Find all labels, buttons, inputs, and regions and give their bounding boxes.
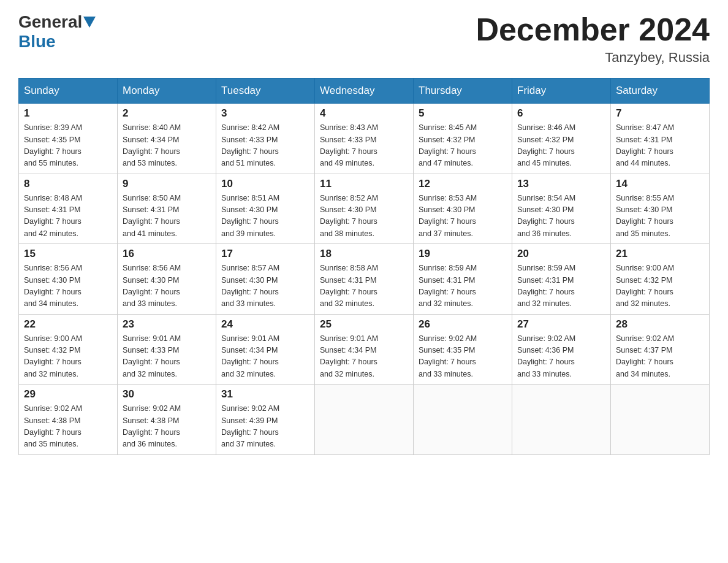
calendar-day-cell: 15Sunrise: 8:56 AMSunset: 4:30 PMDayligh…	[19, 244, 118, 315]
day-number: 13	[517, 178, 605, 190]
day-info: Sunrise: 8:52 AMSunset: 4:30 PMDaylight:…	[320, 193, 408, 240]
calendar-day-cell: 4Sunrise: 8:43 AMSunset: 4:33 PMDaylight…	[315, 104, 414, 174]
calendar-week-row: 22Sunrise: 9:00 AMSunset: 4:32 PMDayligh…	[19, 314, 710, 385]
calendar-day-cell: 19Sunrise: 8:59 AMSunset: 4:31 PMDayligh…	[414, 244, 512, 315]
day-number: 15	[24, 248, 112, 260]
day-info: Sunrise: 8:48 AMSunset: 4:31 PMDaylight:…	[24, 193, 112, 240]
day-info: Sunrise: 8:53 AMSunset: 4:30 PMDaylight:…	[419, 193, 507, 240]
calendar-day-cell: 18Sunrise: 8:58 AMSunset: 4:31 PMDayligh…	[315, 244, 414, 315]
day-info: Sunrise: 9:00 AMSunset: 4:32 PMDaylight:…	[24, 333, 112, 381]
day-info: Sunrise: 9:02 AMSunset: 4:37 PMDaylight:…	[616, 333, 704, 381]
day-info: Sunrise: 8:50 AMSunset: 4:31 PMDaylight:…	[123, 193, 211, 240]
calendar-day-cell: 25Sunrise: 9:01 AMSunset: 4:34 PMDayligh…	[315, 314, 414, 385]
calendar-day-cell: 12Sunrise: 8:53 AMSunset: 4:30 PMDayligh…	[414, 174, 512, 244]
day-number: 24	[221, 318, 309, 331]
weekday-header-saturday: Saturday	[611, 79, 710, 104]
calendar-day-cell: 21Sunrise: 9:00 AMSunset: 4:32 PMDayligh…	[611, 244, 710, 315]
calendar-day-cell	[611, 385, 710, 455]
calendar-day-cell: 23Sunrise: 9:01 AMSunset: 4:33 PMDayligh…	[118, 314, 216, 385]
calendar-table: SundayMondayTuesdayWednesdayThursdayFrid…	[18, 78, 710, 455]
calendar-day-cell: 26Sunrise: 9:02 AMSunset: 4:35 PMDayligh…	[414, 314, 512, 385]
day-number: 22	[24, 318, 112, 331]
weekday-header-friday: Friday	[512, 79, 611, 104]
calendar-day-cell: 17Sunrise: 8:57 AMSunset: 4:30 PMDayligh…	[216, 244, 315, 315]
calendar-day-cell: 9Sunrise: 8:50 AMSunset: 4:31 PMDaylight…	[118, 174, 216, 244]
day-number: 21	[616, 248, 704, 260]
logo-triangle-icon	[83, 17, 96, 28]
calendar-day-cell: 31Sunrise: 9:02 AMSunset: 4:39 PMDayligh…	[216, 385, 315, 455]
calendar-day-cell: 14Sunrise: 8:55 AMSunset: 4:30 PMDayligh…	[611, 174, 710, 244]
day-info: Sunrise: 8:43 AMSunset: 4:33 PMDaylight:…	[320, 122, 408, 170]
day-number: 3	[221, 107, 309, 120]
day-number: 14	[616, 178, 704, 190]
weekday-header-thursday: Thursday	[414, 79, 512, 104]
calendar-day-cell: 8Sunrise: 8:48 AMSunset: 4:31 PMDaylight…	[19, 174, 118, 244]
logo-general-text: General	[18, 12, 82, 32]
calendar-day-cell: 2Sunrise: 8:40 AMSunset: 4:34 PMDaylight…	[118, 104, 216, 174]
calendar-day-cell: 6Sunrise: 8:46 AMSunset: 4:32 PMDaylight…	[512, 104, 611, 174]
day-number: 8	[24, 178, 112, 190]
weekday-header-sunday: Sunday	[19, 79, 118, 104]
day-number: 25	[320, 318, 408, 331]
day-info: Sunrise: 8:55 AMSunset: 4:30 PMDaylight:…	[616, 193, 704, 240]
day-number: 29	[24, 388, 112, 400]
day-info: Sunrise: 9:02 AMSunset: 4:38 PMDaylight:…	[24, 403, 112, 451]
day-number: 4	[320, 107, 408, 120]
day-number: 27	[517, 318, 605, 331]
location-label: Tanzybey, Russia	[476, 50, 710, 66]
calendar-day-cell: 30Sunrise: 9:02 AMSunset: 4:38 PMDayligh…	[118, 385, 216, 455]
calendar-day-cell	[315, 385, 414, 455]
calendar-day-cell: 22Sunrise: 9:00 AMSunset: 4:32 PMDayligh…	[19, 314, 118, 385]
day-info: Sunrise: 8:45 AMSunset: 4:32 PMDaylight:…	[419, 122, 507, 170]
calendar-day-cell: 16Sunrise: 8:56 AMSunset: 4:30 PMDayligh…	[118, 244, 216, 315]
day-info: Sunrise: 8:47 AMSunset: 4:31 PMDaylight:…	[616, 122, 704, 170]
calendar-day-cell: 11Sunrise: 8:52 AMSunset: 4:30 PMDayligh…	[315, 174, 414, 244]
day-number: 20	[517, 248, 605, 260]
day-info: Sunrise: 8:40 AMSunset: 4:34 PMDaylight:…	[123, 122, 211, 170]
calendar-day-cell: 24Sunrise: 9:01 AMSunset: 4:34 PMDayligh…	[216, 314, 315, 385]
day-number: 11	[320, 178, 408, 190]
page-header: General Blue December 2024 Tanzybey, Rus…	[18, 12, 710, 66]
day-number: 10	[221, 178, 309, 190]
day-info: Sunrise: 9:02 AMSunset: 4:39 PMDaylight:…	[221, 403, 309, 451]
day-number: 28	[616, 318, 704, 331]
day-info: Sunrise: 9:00 AMSunset: 4:32 PMDaylight:…	[616, 262, 704, 310]
day-info: Sunrise: 9:02 AMSunset: 4:36 PMDaylight:…	[517, 333, 605, 381]
day-info: Sunrise: 8:56 AMSunset: 4:30 PMDaylight:…	[24, 262, 112, 310]
day-info: Sunrise: 8:59 AMSunset: 4:31 PMDaylight:…	[419, 262, 507, 310]
calendar-day-cell: 5Sunrise: 8:45 AMSunset: 4:32 PMDaylight…	[414, 104, 512, 174]
calendar-day-cell	[512, 385, 611, 455]
weekday-header-tuesday: Tuesday	[216, 79, 315, 104]
day-info: Sunrise: 8:57 AMSunset: 4:30 PMDaylight:…	[221, 262, 309, 310]
day-number: 31	[221, 388, 309, 400]
weekday-header-monday: Monday	[118, 79, 216, 104]
day-number: 19	[419, 248, 507, 260]
day-info: Sunrise: 9:02 AMSunset: 4:38 PMDaylight:…	[123, 403, 211, 451]
calendar-day-cell: 29Sunrise: 9:02 AMSunset: 4:38 PMDayligh…	[19, 385, 118, 455]
calendar-week-row: 1Sunrise: 8:39 AMSunset: 4:35 PMDaylight…	[19, 104, 710, 174]
day-info: Sunrise: 8:51 AMSunset: 4:30 PMDaylight:…	[221, 193, 309, 240]
day-number: 9	[123, 178, 211, 190]
logo-blue-text: Blue	[18, 32, 56, 52]
calendar-day-cell: 3Sunrise: 8:42 AMSunset: 4:33 PMDaylight…	[216, 104, 315, 174]
calendar-week-row: 8Sunrise: 8:48 AMSunset: 4:31 PMDaylight…	[19, 174, 710, 244]
day-number: 26	[419, 318, 507, 331]
calendar-day-cell	[414, 385, 512, 455]
logo: General Blue	[18, 12, 97, 52]
day-info: Sunrise: 8:54 AMSunset: 4:30 PMDaylight:…	[517, 193, 605, 240]
day-info: Sunrise: 9:01 AMSunset: 4:33 PMDaylight:…	[123, 333, 211, 381]
day-info: Sunrise: 8:42 AMSunset: 4:33 PMDaylight:…	[221, 122, 309, 170]
day-number: 12	[419, 178, 507, 190]
weekday-header-wednesday: Wednesday	[315, 79, 414, 104]
calendar-week-row: 15Sunrise: 8:56 AMSunset: 4:30 PMDayligh…	[19, 244, 710, 315]
day-info: Sunrise: 8:56 AMSunset: 4:30 PMDaylight:…	[123, 262, 211, 310]
day-number: 1	[24, 107, 112, 120]
calendar-day-cell: 28Sunrise: 9:02 AMSunset: 4:37 PMDayligh…	[611, 314, 710, 385]
day-info: Sunrise: 8:46 AMSunset: 4:32 PMDaylight:…	[517, 122, 605, 170]
month-title: December 2024	[476, 12, 710, 47]
day-info: Sunrise: 9:01 AMSunset: 4:34 PMDaylight:…	[320, 333, 408, 381]
calendar-day-cell: 27Sunrise: 9:02 AMSunset: 4:36 PMDayligh…	[512, 314, 611, 385]
calendar-day-cell: 20Sunrise: 8:59 AMSunset: 4:31 PMDayligh…	[512, 244, 611, 315]
weekday-header-row: SundayMondayTuesdayWednesdayThursdayFrid…	[19, 79, 710, 104]
day-info: Sunrise: 9:02 AMSunset: 4:35 PMDaylight:…	[419, 333, 507, 381]
